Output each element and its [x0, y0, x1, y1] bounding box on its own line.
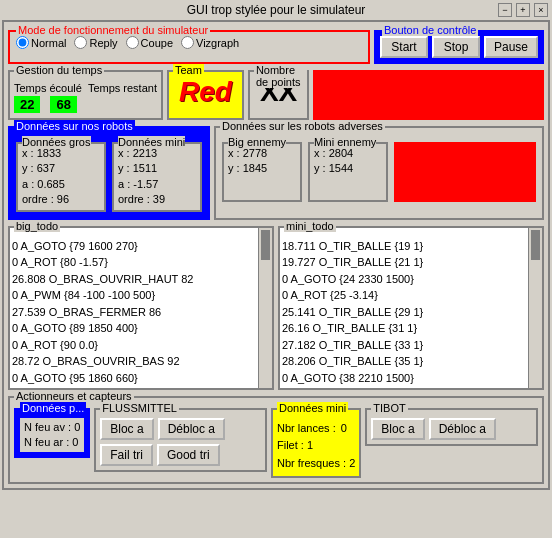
points-label: Nombre de points [254, 64, 307, 88]
mini-todo-label: mini_todo [284, 220, 336, 232]
list-item: 0 A_ROT {96 0.685} [12, 386, 256, 388]
start-button[interactable]: Start [380, 36, 428, 58]
title-bar: GUI trop stylée pour le simulateur − + × [0, 0, 552, 20]
donnees-mini-yellow-label: Données mini [277, 402, 348, 414]
adverses-label: Données sur les robots adverses [220, 120, 385, 132]
pause-button[interactable]: Pause [484, 36, 538, 58]
fail-tri-button[interactable]: Fail tri [100, 444, 153, 466]
flussmittel-section: FLUSSMITTEL Bloc a Débloc a Fail tri Goo… [94, 408, 267, 472]
close-button[interactable]: × [534, 3, 548, 17]
donnees-gros-label: Données gros [22, 136, 91, 148]
mini-ordre: ordre : 39 [118, 192, 196, 207]
mini-a: a : -1.57 [118, 177, 196, 192]
mini-x: x : 2213 [118, 146, 196, 161]
list-item: 0 A_GOTO {95 1860 660} [12, 370, 256, 387]
big-todo-list[interactable]: 0 A_GOTO {79 1600 270} 0 A_ROT {80 -1.57… [10, 228, 272, 388]
team-section: Team Red [167, 70, 244, 120]
good-tri-button[interactable]: Good tri [157, 444, 220, 466]
big-ennemy: Big ennemy x : 2778 y : 1845 [222, 142, 302, 202]
control-buttons: Start Stop Pause [380, 36, 538, 58]
mini-ennemy-x: x : 2804 [314, 146, 382, 161]
filet-row: Filet : 1 [277, 437, 355, 455]
gros-a: a : 0.685 [22, 177, 100, 192]
mini-ennemy-label: Mini ennemy [314, 136, 376, 148]
mini-y: y : 1511 [118, 161, 196, 176]
donnees-p-label: Données p... [20, 402, 86, 414]
list-item: 27.539 O_BRAS_FERMER 86 [12, 304, 256, 321]
gros-x: x : 1833 [22, 146, 100, 161]
actionneurs-section: Actionneurs et capteurs Données p... N f… [8, 396, 544, 485]
nbr-lances-row: Nbr lances : 0 [277, 420, 355, 438]
big-x: x : 2778 [228, 146, 296, 161]
nbr-fresques-val: 2 [349, 457, 355, 469]
list-item: 0 A_ROT {90 0.0} [12, 337, 256, 354]
list-item: 19.727 O_TIR_BALLE {21 1} [282, 254, 526, 271]
big-todo-scrollbar[interactable] [258, 228, 272, 388]
temps-restant-label: Temps restant [88, 82, 157, 94]
mini-todo-scrollbar[interactable] [528, 228, 542, 388]
nos-robots-section: Données sur nos robots Données gros x : … [8, 126, 210, 220]
maximize-button[interactable]: + [516, 3, 530, 17]
list-item: 0 A_GOTO {38 2210 1500} [282, 370, 526, 387]
mini-ennemy: Mini ennemy x : 2804 y : 1544 [308, 142, 388, 202]
mode-section: Mode de fonctionnement du simulateur Nor… [8, 30, 370, 64]
tibot-section: TIBOT Bloc a Débloc a [365, 408, 538, 446]
points-section: Nombre de points XX [248, 70, 309, 120]
mode-radio-group: Normal Reply Coupe Vizgraph [16, 36, 362, 49]
adverses-section: Données sur les robots adverses Big enne… [214, 126, 544, 220]
donnees-p-section: Données p... N feu av : 0 N feu ar : 0 [14, 408, 90, 459]
control-section: Bouton de contrôle Start Stop Pause [374, 30, 544, 64]
list-item: 18.711 O_TIR_BALLE {19 1} [282, 238, 526, 255]
list-item: 27.182 O_TIR_BALLE {33 1} [282, 337, 526, 354]
donnees-mini: Données mini x : 2213 y : 1511 a : -1.57… [112, 142, 202, 212]
nbr-lances-val: 0 [339, 422, 349, 434]
tibot-label: TIBOT [371, 402, 407, 414]
flussmittel-label: FLUSSMITTEL [100, 402, 179, 414]
mini-ennemy-y: y : 1544 [314, 161, 382, 176]
feu-ar: N feu ar : 0 [24, 435, 80, 450]
window-controls: − + × [498, 3, 548, 17]
minimize-button[interactable]: − [498, 3, 512, 17]
big-ennemy-label: Big ennemy [228, 136, 286, 148]
temps-ecoule-value: 22 [14, 96, 40, 113]
mode-vizgraph[interactable]: Vizgraph [181, 36, 239, 49]
list-item: 0 A_PWM {84 -100 -100 500} [12, 287, 256, 304]
feu-av: N feu av : 0 [24, 420, 80, 435]
mode-label: Mode de fonctionnement du simulateur [16, 24, 210, 36]
big-y: y : 1845 [228, 161, 296, 176]
red-indicator [313, 70, 544, 120]
list-item: 0 A_GOTO {89 1850 400} [12, 320, 256, 337]
window-title: GUI trop stylée pour le simulateur [54, 3, 498, 17]
big-todo-section: big_todo 0 A_GOTO {79 1600 270} 0 A_ROT … [8, 226, 274, 390]
list-item: 25.141 O_TIR_BALLE {29 1} [282, 304, 526, 321]
mode-reply[interactable]: Reply [74, 36, 117, 49]
control-label: Bouton de contrôle [382, 24, 478, 36]
tibot-bloc-a-button[interactable]: Bloc a [371, 418, 424, 440]
tibot-debloc-a-button[interactable]: Débloc a [429, 418, 496, 440]
ennemy-red-box [394, 142, 536, 202]
gros-ordre: ordre : 96 [22, 192, 100, 207]
gestion-label: Gestion du temps [14, 64, 104, 76]
list-item: 26.808 O_BRAS_OUVRIR_HAUT 82 [12, 271, 256, 288]
donnees-mini-label: Données mini [118, 136, 185, 148]
filet-val: 1 [307, 439, 313, 451]
list-item: 0 A_ROT {25 -3.14} [282, 287, 526, 304]
stop-button[interactable]: Stop [432, 36, 480, 58]
actionneurs-label: Actionneurs et capteurs [14, 390, 134, 402]
debloc-a-button[interactable]: Débloc a [158, 418, 225, 440]
mode-coupe[interactable]: Coupe [126, 36, 173, 49]
mode-normal[interactable]: Normal [16, 36, 66, 49]
list-item: 0 A_GOTO {79 1600 270} [12, 238, 256, 255]
list-item: 0 A_GOTO {24 2330 1500} [282, 271, 526, 288]
list-item: 28.206 O_TIR_BALLE {35 1} [282, 353, 526, 370]
list-item: 0 A_ROT {39 -1.57} [282, 386, 526, 388]
gestion-section: Gestion du temps Temps écoulé Temps rest… [8, 70, 163, 120]
list-item: 26.16 O_TIR_BALLE {31 1} [282, 320, 526, 337]
mini-todo-list[interactable]: 18.711 O_TIR_BALLE {19 1} 19.727 O_TIR_B… [280, 228, 542, 388]
bloc-a-button[interactable]: Bloc a [100, 418, 153, 440]
list-item: 0 A_ROT {80 -1.57} [12, 254, 256, 271]
list-item: 28.72 O_BRAS_OUVRIR_BAS 92 [12, 353, 256, 370]
main-window: Mode de fonctionnement du simulateur Nor… [2, 20, 550, 490]
gros-y: y : 637 [22, 161, 100, 176]
mini-todo-section: mini_todo 18.711 O_TIR_BALLE {19 1} 19.7… [278, 226, 544, 390]
